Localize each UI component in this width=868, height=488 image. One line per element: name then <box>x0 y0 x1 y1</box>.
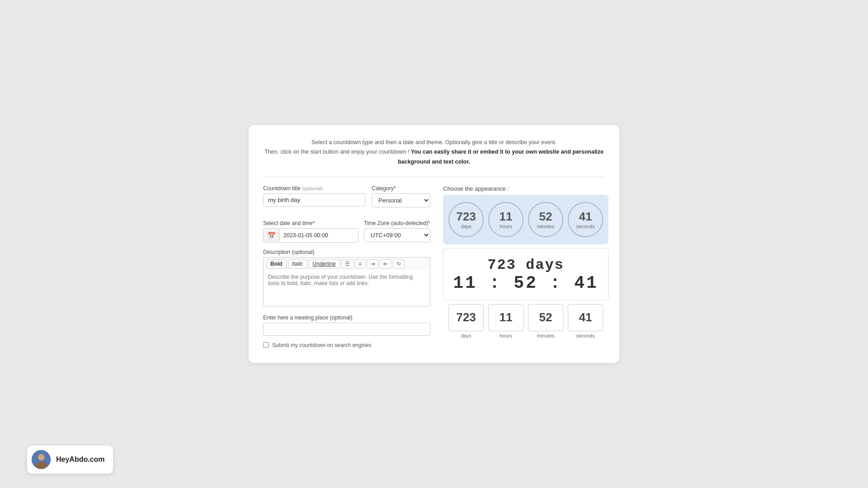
digital-days: 723 days <box>449 257 603 273</box>
date-label: Select date and time* <box>263 220 359 226</box>
square-seconds-number: 41 <box>579 310 592 324</box>
timezone-label: Time Zone (auto-detected)* <box>364 220 430 226</box>
squares-display[interactable]: 723 days 11 hours 52 minutes <box>443 304 609 338</box>
category-group: Category* Personal Business Holiday Spor… <box>372 185 430 207</box>
header-line2-bold: You can easily share it or embed it to y… <box>398 149 604 164</box>
svg-point-2 <box>36 462 47 469</box>
watermark-card: HeyAbdo.com <box>27 446 113 474</box>
circle-hours-ring: 11 hours <box>488 202 524 237</box>
link-button[interactable]: ↻ <box>393 259 405 268</box>
ordered-list-button[interactable]: ☰ <box>341 259 354 268</box>
divider <box>263 177 605 177</box>
circle-days-label: days <box>461 224 471 229</box>
circle-minutes-number: 52 <box>539 210 552 223</box>
circle-hours-number: 11 <box>500 210 513 223</box>
date-group: Select date and time* 📅 <box>263 220 359 243</box>
digital-time: 11 : 52 : 41 <box>449 273 603 293</box>
appearance-panel: Choose the appearance : 723 days 11 hour… <box>443 185 609 348</box>
calendar-icon: 📅 <box>264 229 280 242</box>
outdent-button[interactable]: ⇤ <box>380 259 392 268</box>
square-seconds-box: 41 <box>568 304 603 331</box>
indent-button[interactable]: ⇥ <box>367 259 378 268</box>
circle-seconds-number: 41 <box>579 210 592 223</box>
header-line2-normal: Then, click on the start button and enjo… <box>264 149 409 155</box>
date-input[interactable] <box>280 230 358 241</box>
circle-minutes-ring: 52 minutes <box>528 202 563 237</box>
square-seconds-label: seconds <box>576 333 595 338</box>
description-label: Description (optional) <box>263 249 430 255</box>
square-hours-number: 11 <box>500 310 513 324</box>
timezone-group: Time Zone (auto-detected)* UTC+09:00 UTC… <box>364 220 430 243</box>
square-minutes-box: 52 <box>528 304 563 331</box>
square-hours: 11 hours <box>488 304 524 338</box>
digital-display[interactable]: 723 days 11 : 52 : 41 <box>443 248 609 300</box>
appearance-label: Choose the appearance : <box>443 185 609 192</box>
bold-button[interactable]: Bold <box>266 259 287 268</box>
watermark-text: HeyAbdo.com <box>56 455 105 464</box>
italic-button[interactable]: Italic <box>288 259 307 268</box>
circle-days: 723 days <box>448 202 484 237</box>
circle-seconds: 41 seconds <box>568 202 603 237</box>
square-minutes: 52 minutes <box>528 304 563 338</box>
square-days-number: 723 <box>456 310 476 324</box>
square-days-box: 723 <box>448 304 484 331</box>
form-column: Countdown title (optional) Category* Per… <box>263 185 430 348</box>
category-select[interactable]: Personal Business Holiday Sport Other <box>372 193 430 207</box>
circle-hours-label: hours <box>500 224 512 229</box>
meeting-input[interactable] <box>263 323 430 336</box>
square-days: 723 days <box>448 304 484 338</box>
circle-days-ring: 723 days <box>448 202 484 237</box>
meeting-label: Enter here a meeting place (optional) <box>263 314 430 321</box>
square-minutes-label: minutes <box>537 333 555 338</box>
category-label: Category* <box>372 185 430 192</box>
description-toolbar: Bold Italic Underline ☰ ≡ ⇥ ⇤ ↻ <box>263 257 430 270</box>
countdown-title-group: Countdown title (optional) <box>263 185 365 207</box>
submit-checkbox-label: Submit my countdown on search engines <box>272 342 371 348</box>
circle-hours: 11 hours <box>488 202 524 237</box>
header-description: Select a countdown type and then a date … <box>263 138 605 167</box>
description-textarea[interactable] <box>263 270 430 306</box>
square-seconds: 41 seconds <box>568 304 603 338</box>
countdown-title-label: Countdown title (optional) <box>263 185 365 192</box>
svg-point-3 <box>38 454 44 460</box>
avatar <box>32 450 51 469</box>
unordered-list-button[interactable]: ≡ <box>355 259 365 268</box>
timezone-select[interactable]: UTC+09:00 UTC+00:00 UTC+01:00 UTC-05:00 … <box>364 228 430 242</box>
submit-checkbox-row: Submit my countdown on search engines <box>263 342 430 348</box>
header-line1: Select a countdown type and then a date … <box>311 139 557 145</box>
main-card: Select a countdown type and then a date … <box>249 125 619 363</box>
square-minutes-number: 52 <box>539 310 552 324</box>
square-hours-box: 11 <box>488 304 524 331</box>
circle-seconds-ring: 41 seconds <box>568 202 603 237</box>
underline-button[interactable]: Underline <box>308 259 340 268</box>
submit-checkbox[interactable] <box>263 342 269 348</box>
circle-minutes: 52 minutes <box>528 202 563 237</box>
square-days-label: days <box>461 333 471 338</box>
circle-minutes-label: minutes <box>537 224 555 229</box>
countdown-title-input[interactable] <box>263 193 365 206</box>
date-input-wrapper: 📅 <box>263 228 359 243</box>
square-hours-label: hours <box>500 333 512 338</box>
circle-seconds-label: seconds <box>576 224 595 229</box>
meeting-group: Enter here a meeting place (optional) <box>263 314 430 336</box>
circles-display[interactable]: 723 days 11 hours 52 minutes <box>443 195 609 244</box>
description-group: Description (optional) Bold Italic Under… <box>263 249 430 308</box>
circle-days-number: 723 <box>456 210 476 223</box>
